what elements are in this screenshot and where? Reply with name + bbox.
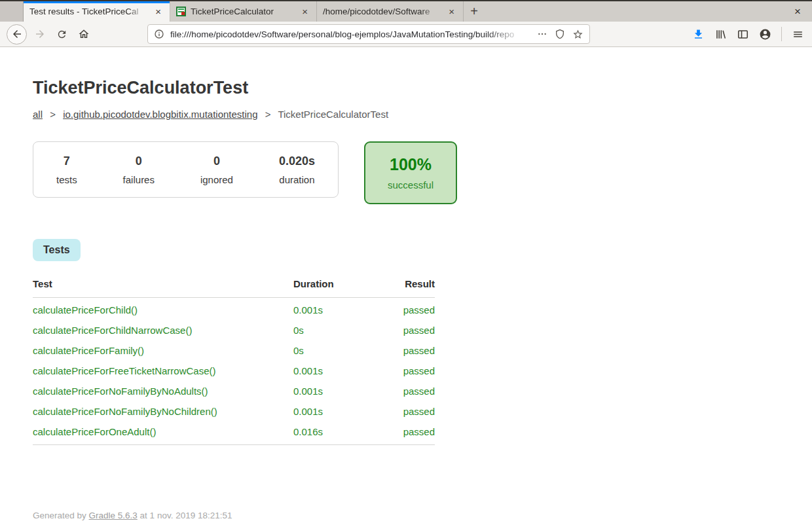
window-close-button[interactable]: × bbox=[783, 1, 812, 22]
test-result: passed bbox=[400, 298, 435, 321]
shield-icon[interactable] bbox=[555, 29, 565, 39]
stat-label: tests bbox=[56, 174, 77, 185]
test-name: calculatePriceForFamily() bbox=[33, 340, 293, 361]
browser-tab-strip: Test results - TicketPriceCal × TicketPr… bbox=[0, 0, 812, 22]
summary-box: 7 tests 0 failures 0 ignored 0.020s dura… bbox=[33, 141, 339, 198]
table-header-row: Test Duration Result bbox=[33, 278, 435, 298]
tab-close-icon[interactable]: × bbox=[299, 5, 310, 18]
table-row: calculatePriceForChildNarrowCase() 0s pa… bbox=[33, 320, 435, 340]
test-name: calculatePriceForNoFamilyByNoAdults() bbox=[33, 381, 293, 401]
sidebar-icon[interactable] bbox=[737, 28, 749, 41]
account-icon[interactable] bbox=[759, 28, 771, 41]
test-result: passed bbox=[400, 401, 435, 422]
breadcrumb-link-all[interactable]: all bbox=[33, 109, 43, 120]
test-duration: 0s bbox=[293, 320, 400, 340]
stat-label: ignored bbox=[200, 174, 233, 185]
reload-button[interactable] bbox=[53, 24, 70, 44]
summary-row: 7 tests 0 failures 0 ignored 0.020s dura… bbox=[33, 141, 812, 204]
stat-value: 0.020s bbox=[279, 154, 315, 168]
breadcrumb-separator: > bbox=[265, 109, 271, 120]
tab-title: Test results - TicketPriceCal bbox=[29, 7, 149, 16]
test-result: passed bbox=[400, 381, 435, 401]
test-duration: 0.001s bbox=[293, 381, 400, 401]
page-title: TicketPriceCalculatorTest bbox=[33, 78, 812, 98]
url-input[interactable]: file:///home/picodotdev/Software/persona… bbox=[170, 29, 530, 39]
forward-icon bbox=[34, 28, 46, 40]
titlebar-corner bbox=[0, 1, 24, 22]
test-duration: 0.001s bbox=[293, 361, 400, 381]
stat-label: failures bbox=[123, 174, 155, 185]
stat-value: 7 bbox=[56, 154, 77, 168]
tab-title: TicketPriceCalculator bbox=[191, 7, 295, 16]
info-icon[interactable] bbox=[154, 29, 164, 39]
table-row: calculatePriceForNoFamilyByNoAdults() 0.… bbox=[33, 381, 435, 401]
tab-title: /home/picodotdev/Software bbox=[323, 7, 442, 16]
test-name: calculatePriceForFreeTicketNarrowCase() bbox=[33, 361, 293, 381]
browser-tab-test-results[interactable]: Test results - TicketPriceCal × bbox=[24, 1, 170, 22]
table-row: calculatePriceForChild() 0.001s passed bbox=[33, 298, 435, 321]
test-duration: 0.001s bbox=[293, 298, 400, 321]
test-result: passed bbox=[400, 320, 435, 340]
url-bar[interactable]: file:///home/picodotdev/Software/persona… bbox=[147, 24, 590, 44]
stat-tests: 7 tests bbox=[56, 154, 77, 185]
column-header-result: Result bbox=[400, 278, 435, 298]
success-rate-box: 100% successful bbox=[364, 141, 457, 204]
stat-ignored: 0 ignored bbox=[200, 154, 233, 185]
success-rate-value: 100% bbox=[390, 155, 432, 174]
breadcrumb-separator: > bbox=[50, 109, 56, 120]
test-results-table: Test Duration Result calculatePriceForCh… bbox=[33, 278, 435, 445]
column-header-test: Test bbox=[33, 278, 293, 298]
reload-icon bbox=[56, 29, 67, 40]
test-name: calculatePriceForOneAdult() bbox=[33, 422, 293, 445]
breadcrumb: all > io.github.picodotdev.blogbitix.mut… bbox=[33, 109, 812, 120]
table-row: calculatePriceForFreeTicketNarrowCase() … bbox=[33, 361, 435, 381]
report-page: TicketPriceCalculatorTest all > io.githu… bbox=[0, 78, 812, 520]
toolbar-divider bbox=[781, 27, 782, 41]
home-button[interactable] bbox=[75, 24, 92, 44]
tab-tests[interactable]: Tests bbox=[33, 239, 81, 261]
test-name: calculatePriceForChild() bbox=[33, 298, 293, 321]
download-icon[interactable] bbox=[692, 28, 705, 41]
test-result: passed bbox=[400, 361, 435, 381]
gradle-version-link[interactable]: Gradle 5.6.3 bbox=[89, 511, 138, 520]
browser-toolbar: file:///home/picodotdev/Software/persona… bbox=[0, 22, 812, 47]
stat-value: 0 bbox=[123, 154, 155, 168]
stat-label: duration bbox=[279, 174, 315, 185]
library-icon[interactable] bbox=[714, 28, 727, 41]
test-duration: 0.001s bbox=[293, 401, 400, 422]
titlebar-drag-area bbox=[485, 1, 783, 22]
test-duration: 0.016s bbox=[293, 422, 400, 445]
footer-timestamp: at 1 nov. 2019 18:21:51 bbox=[138, 511, 232, 520]
success-rate-label: successful bbox=[388, 179, 434, 190]
test-result: passed bbox=[400, 340, 435, 361]
breadcrumb-current: TicketPriceCalculatorTest bbox=[278, 109, 388, 120]
stat-value: 0 bbox=[200, 154, 233, 168]
home-icon bbox=[78, 28, 90, 40]
page-actions-dots-icon[interactable] bbox=[537, 29, 547, 39]
table-row: calculatePriceForFamily() 0s passed bbox=[33, 340, 435, 361]
table-row: calculatePriceForNoFamilyByNoChildren() … bbox=[33, 401, 435, 422]
breadcrumb-link-package[interactable]: io.github.picodotdev.blogbitix.mutationt… bbox=[63, 109, 257, 120]
column-header-duration: Duration bbox=[293, 278, 400, 298]
tab-close-icon[interactable]: × bbox=[446, 5, 457, 18]
new-tab-button[interactable]: + bbox=[464, 1, 485, 22]
back-button[interactable] bbox=[7, 24, 27, 45]
stat-failures: 0 failures bbox=[123, 154, 155, 185]
back-icon bbox=[11, 28, 23, 40]
table-row: calculatePriceForOneAdult() 0.016s passe… bbox=[33, 422, 435, 445]
browser-tab-ticketpricecalculator[interactable]: TicketPriceCalculator × bbox=[170, 1, 317, 22]
browser-tab-home-path[interactable]: /home/picodotdev/Software × bbox=[317, 1, 464, 22]
test-result: passed bbox=[400, 422, 435, 445]
test-name: calculatePriceForNoFamilyByNoChildren() bbox=[33, 401, 293, 422]
footer-text: Generated by bbox=[33, 511, 89, 520]
test-duration: 0s bbox=[293, 340, 400, 361]
forward-button[interactable] bbox=[31, 24, 48, 44]
bookmark-star-icon[interactable] bbox=[572, 29, 583, 40]
stat-duration: 0.020s duration bbox=[279, 154, 315, 185]
tab-close-icon[interactable]: × bbox=[153, 5, 164, 18]
test-name: calculatePriceForChildNarrowCase() bbox=[33, 320, 293, 340]
report-favicon-icon bbox=[176, 7, 186, 16]
menu-icon[interactable] bbox=[792, 28, 804, 41]
report-footer: Generated by Gradle 5.6.3 at 1 nov. 2019… bbox=[33, 511, 812, 520]
